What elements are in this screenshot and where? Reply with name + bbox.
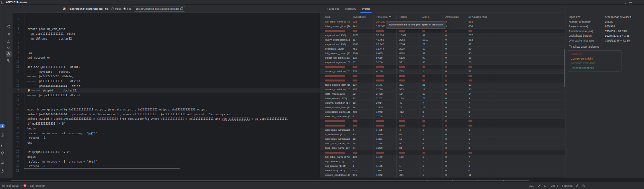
profiler-row[interactable]: table_source_item (15...1273.17138121013 — [320, 83, 565, 87]
profiler-row[interactable]: column_definition (1421)182.06449707 — [320, 101, 565, 105]
notifications-icon[interactable] — [582, 184, 585, 187]
show-expert-columns-checkbox[interactable]: Show expert columns — [569, 45, 599, 48]
line-number[interactable]: 19 — [13, 102, 22, 107]
profiler-row[interactable]: aggregate_windowed...181.33118101 — [320, 137, 565, 141]
hierarchy-view-icon[interactable] — [7, 59, 11, 63]
input-radio-circle[interactable] — [111, 7, 114, 10]
code-line[interactable] — [27, 169, 320, 174]
line-number[interactable]: 13 — [13, 74, 22, 79]
line-number[interactable]: 3 — [13, 27, 22, 32]
column-header[interactable]: Time (ms) — [374, 15, 397, 19]
problems-icon[interactable] — [0, 169, 5, 173]
code-line[interactable]: @p_vipa1111111111111 dtint, — [27, 32, 320, 36]
column-header[interactable]: Total k — [397, 15, 420, 19]
line-separator[interactable]: LF — [544, 184, 547, 187]
line-number[interactable]: 17 — [13, 93, 22, 98]
code-line[interactable]: begin — [27, 126, 320, 131]
code-line[interactable]: —— —— @a333333333333 dtkind, — [27, 79, 320, 84]
code-line[interactable]: —— —— @a444444444444444 dtint, — [27, 84, 320, 89]
code-line[interactable]: select errorcode = -1, errormsg = '准备!' — [27, 159, 320, 164]
column-header[interactable]: Invocations — [350, 15, 374, 19]
code-line[interactable]: -- -- -- — [27, 102, 320, 107]
line-number[interactable]: 6 — [13, 41, 22, 46]
column-header[interactable]: Rule — [320, 15, 350, 19]
line-number[interactable]: 5 — [13, 36, 22, 41]
profiler-row[interactable]: select_list (1581)6321.073632106 — [320, 168, 565, 173]
line-number[interactable]: 16 — [13, 88, 22, 93]
tab-profiler[interactable]: Profiler — [362, 5, 370, 13]
run-icon[interactable] — [0, 133, 5, 137]
code-line[interactable]: exec nb_com_getsysconfig @a1111111111111… — [27, 107, 320, 112]
read-only-pencil-icon[interactable] — [538, 184, 541, 187]
breadcrumb-project[interactable]: tsql-parser — [6, 184, 19, 187]
code-line[interactable]: if @vipa333333333333 !='0' — [27, 150, 320, 155]
profiler-row[interactable]: func_proc_name_serv...241.28995405 — [320, 146, 565, 150]
line-number[interactable]: 15 — [13, 84, 22, 89]
profiler-row[interactable]: predicate (1525)46113.444292717080 — [320, 47, 565, 51]
caret-position[interactable]: 30:7 — [529, 184, 535, 187]
code-line[interactable]: if @a333333333333 !='0' — [27, 121, 320, 126]
line-number[interactable]: 29 — [13, 150, 22, 155]
line-number[interactable]: 20 — [13, 107, 22, 112]
profiler-row[interactable] — [320, 65, 565, 69]
line-number[interactable]: 10 — [13, 60, 22, 65]
column-header[interactable]: Ambiguities — [443, 15, 466, 19]
profiler-row[interactable] — [320, 29, 565, 33]
profiler-table-header[interactable]: RuleInvocationsTime (ms)Total kMax kAmbi… — [320, 15, 565, 19]
code-line[interactable]: —— —— @vipa333333333333 dtkind — [27, 93, 320, 98]
line-number[interactable]: 1 — [13, 17, 22, 22]
unlocked-icon[interactable] — [576, 184, 579, 187]
line-number[interactable]: 32 — [13, 164, 22, 169]
profiler-view-icon[interactable] — [6, 51, 12, 57]
antlr-icon[interactable]: A — [0, 142, 5, 146]
search-icon[interactable] — [7, 46, 11, 50]
profiler-row[interactable] — [320, 78, 565, 83]
code-line[interactable]: —— —— @sysdate dtdate, — [27, 70, 320, 74]
sort-descending-icon[interactable] — [389, 16, 391, 18]
code-line[interactable] — [27, 145, 320, 150]
code-line[interactable]: return -1 — [27, 136, 320, 140]
line-number[interactable]: 26 — [13, 136, 22, 140]
profiler-row[interactable]: if_statement (31)351.476441015 — [320, 132, 565, 137]
profiler-row[interactable]: table_source_item (15...141.959741708 — [320, 105, 565, 110]
line-number[interactable]: 28 — [13, 145, 22, 150]
editor-gutter[interactable]: 1234567891011121314151617181920212223242… — [13, 17, 22, 174]
bottom-splitter[interactable] — [0, 178, 644, 182]
profiler-row[interactable]: select_list_elem (1592)6326.669612997038 — [320, 56, 565, 60]
code-line[interactable]: select errorcode = -1, errormsg = '执行!' — [27, 131, 320, 136]
line-number[interactable]: 31 — [13, 159, 22, 164]
code-line[interactable] — [27, 17, 320, 22]
code-line[interactable]: select @a444444444444444 = paravalue fro… — [27, 112, 320, 117]
line-number[interactable]: 24 — [13, 126, 22, 131]
profiler-row[interactable]: query_expression (1527)11748.76120621910… — [320, 38, 565, 42]
table-vertical-scrollbar[interactable] — [564, 49, 565, 87]
intention-bulb-icon[interactable] — [27, 89, 32, 92]
browse-file-icon[interactable] — [180, 7, 183, 10]
editor-horizontal-scrollbar[interactable] — [24, 168, 180, 169]
code-line[interactable]: as — [27, 51, 320, 55]
code-line[interactable]: @p_tblname dtchar32 — [27, 36, 320, 41]
profiler-row[interactable]: expression_elem (1590)6115.266321199026 — [320, 60, 565, 65]
hide-tool-window-icon[interactable]: — — [629, 0, 632, 5]
line-number[interactable]: 8 — [13, 51, 22, 55]
line-number[interactable]: 23 — [13, 121, 22, 126]
column-header[interactable]: Max k — [420, 15, 443, 19]
line-number[interactable]: 21 — [13, 112, 22, 117]
profiler-row[interactable] — [320, 123, 565, 128]
profiler-row[interactable]: aggregate_windowed...41.4954103 — [320, 128, 565, 132]
profiler-row[interactable]: full_column_name (17...10948.63583019704… — [320, 51, 565, 56]
code-line[interactable] — [27, 60, 320, 65]
line-number[interactable]: 25 — [13, 131, 22, 136]
code-line[interactable]: -- -- -- — [27, 46, 320, 51]
profiler-row[interactable]: func_proc_name_data...241.29895405 — [320, 141, 565, 146]
antlr-preview-stripe-icon[interactable] — [0, 124, 5, 128]
code-line[interactable]: declare @a1111111111111 dtint, — [27, 65, 320, 70]
profiler-row[interactable] — [320, 150, 565, 155]
code-line[interactable]: —— —— @vipid dtchar32, — [13, 88, 320, 93]
code-line[interactable] — [27, 22, 320, 27]
line-number[interactable]: 14 — [13, 79, 22, 84]
profiler-row[interactable]: full_table_name (1773)1391.179139107 — [320, 155, 565, 159]
profiler-row[interactable] — [320, 119, 565, 123]
code-line[interactable] — [27, 98, 320, 103]
profiler-row[interactable]: search_condition (1516)4711.0724711011 — [320, 173, 565, 177]
